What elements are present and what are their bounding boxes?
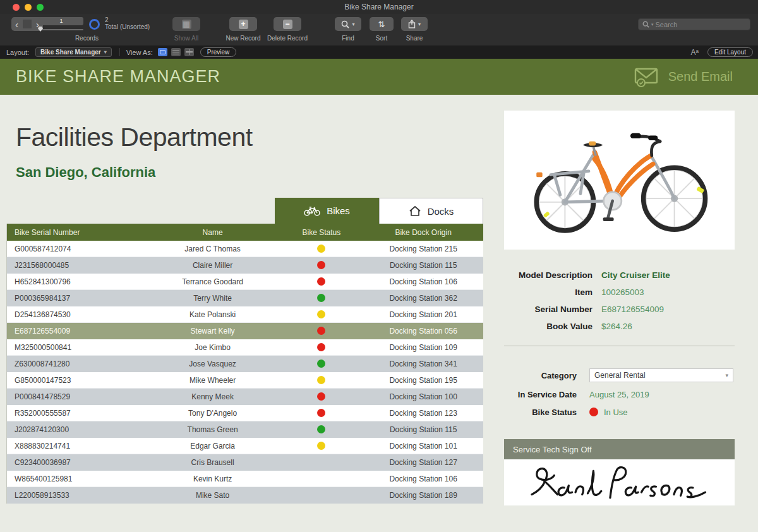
- column-header-status: Bike Status: [279, 228, 363, 237]
- cell-serial: E687126554009: [7, 327, 146, 336]
- cell-serial: M325000500841: [7, 343, 146, 352]
- table-row[interactable]: Z630008741280Jose VasquezDocking Station…: [7, 356, 483, 372]
- list-view-icon[interactable]: [171, 48, 181, 56]
- table-view-icon[interactable]: [184, 48, 194, 56]
- delete-record-button[interactable]: −: [274, 17, 301, 31]
- sort-button[interactable]: ⇅: [370, 17, 394, 31]
- new-record-button[interactable]: +: [229, 17, 257, 31]
- table-row[interactable]: P000365984137Terry WhiteDocking Station …: [7, 290, 483, 306]
- page-title: Facilities Department: [16, 123, 253, 152]
- table-row[interactable]: D254136874530Kate PolanskiDocking Statio…: [7, 306, 483, 323]
- tab-docks[interactable]: Docks: [379, 198, 483, 224]
- chevron-down-icon: ▾: [418, 21, 421, 27]
- status-dot-red: [317, 392, 325, 401]
- cell-dock: Docking Station 201: [363, 310, 483, 319]
- records-label: Records: [63, 35, 111, 42]
- bike-image: [519, 117, 721, 243]
- preview-button[interactable]: Preview: [200, 47, 237, 57]
- share-button[interactable]: ▾: [401, 17, 428, 31]
- cell-status: [279, 343, 363, 351]
- cell-name: Stewart Kelly: [146, 327, 280, 336]
- cell-dock: Docking Station 056: [363, 327, 483, 336]
- detail-field-value[interactable]: City Cruiser Elite: [593, 270, 670, 280]
- record-totals: 2 Total (Unsorted): [105, 16, 150, 30]
- status-dot-yellow: [317, 442, 325, 450]
- home-icon: [409, 205, 421, 217]
- column-header-serial: Bike Serial Number: [7, 228, 146, 237]
- cell-status: [279, 327, 363, 335]
- table-row[interactable]: C923400036987Cris BrausellDocking Statio…: [7, 454, 483, 471]
- tab-bikes[interactable]: Bikes: [275, 198, 379, 224]
- table-row[interactable]: G850000147523Mike WheelerDocking Station…: [7, 372, 483, 389]
- signature-field[interactable]: [504, 459, 735, 505]
- current-record-field[interactable]: 1: [39, 17, 83, 25]
- bike-status-label: Bike Status: [504, 408, 577, 417]
- window-title: Bike Share Manager: [0, 3, 758, 11]
- cell-dock: Docking Station 106: [363, 277, 483, 286]
- table-row[interactable]: G000587412074Jared C ThomasDocking Stati…: [7, 241, 483, 257]
- in-service-date-value[interactable]: August 25, 2019: [577, 390, 649, 399]
- tab-panel: Bikes Docks: [275, 198, 483, 224]
- cell-status: [279, 294, 363, 302]
- table-row[interactable]: X888830214741Edgar GarciaDocking Station…: [7, 438, 483, 454]
- column-header-dock: Bike Dock Origin: [363, 228, 483, 237]
- table-row[interactable]: L220058913533Mike SatoDocking Station 18…: [7, 487, 483, 504]
- detail-field-label: Model Description: [504, 270, 593, 280]
- table-row[interactable]: H652841300796Terrance GoodardDocking Sta…: [7, 274, 483, 290]
- status-dot-green: [317, 294, 325, 302]
- detail-field-value[interactable]: 100265003: [593, 287, 644, 297]
- table-row[interactable]: W865400125981Kevin KurtzDocking Station …: [7, 471, 483, 487]
- status-dot-red: [317, 343, 325, 351]
- table-row[interactable]: P000841478529Kenny MeekDocking Station 1…: [7, 389, 483, 405]
- column-header-name: Name: [146, 228, 280, 237]
- edit-layout-button[interactable]: Edit Layout: [707, 47, 753, 57]
- bikes-table: Bike Serial Number Name Bike Status Bike…: [6, 224, 483, 504]
- chevron-down-icon: ▾: [725, 372, 728, 378]
- record-slider[interactable]: [39, 29, 83, 30]
- send-email-button[interactable]: Send Email: [633, 59, 733, 95]
- total-label: Total (Unsorted): [105, 23, 150, 30]
- table-row[interactable]: J231568000485Claire MillerDocking Statio…: [7, 257, 483, 274]
- show-all-button[interactable]: ▦: [172, 17, 200, 31]
- table-row[interactable]: J202874120300Thomas GreenDocking Station…: [7, 421, 483, 438]
- cell-dock: Docking Station 189: [363, 491, 483, 500]
- cell-serial: G850000147523: [7, 376, 146, 385]
- cell-serial: X888830214741: [7, 442, 146, 450]
- divider: [504, 346, 735, 346]
- cell-name: Kenny Meek: [146, 392, 280, 401]
- detail-field-value[interactable]: $264.26: [593, 322, 632, 331]
- previous-record-button[interactable]: ‹: [11, 20, 23, 29]
- form-view-icon[interactable]: [158, 48, 167, 56]
- find-label: Find: [335, 35, 361, 42]
- cell-status: [279, 245, 363, 253]
- share-icon: [408, 20, 416, 28]
- table-row[interactable]: M325000500841Joe KimboDocking Station 10…: [7, 339, 483, 356]
- cell-name: Terrance Goodard: [146, 277, 280, 286]
- found-set-pie-icon[interactable]: [89, 19, 100, 30]
- category-select[interactable]: General Rental ▾: [589, 368, 733, 382]
- find-button[interactable]: ▾: [335, 17, 361, 31]
- search-input[interactable]: [656, 21, 746, 28]
- view-as-label: View As:: [126, 49, 153, 56]
- delete-record-label: Delete Record: [264, 35, 311, 42]
- status-dot-yellow: [317, 245, 325, 253]
- show-all-label: Show All: [163, 35, 210, 42]
- page-subtitle: San Diego, California: [16, 164, 155, 181]
- cell-status: [279, 261, 363, 269]
- layout-popup-menu[interactable]: Bike Share Manager ▾: [35, 47, 112, 57]
- detail-field-label: Serial Number: [504, 305, 593, 314]
- divider: [119, 48, 120, 56]
- tab-docks-label: Docks: [428, 206, 454, 217]
- quick-find-box[interactable]: ▾: [638, 18, 750, 30]
- formatting-bar-toggle-icon[interactable]: Aᵃ: [690, 48, 698, 57]
- table-row[interactable]: E687126554009Stewart KellyDocking Statio…: [7, 323, 483, 339]
- cell-status: [279, 277, 363, 286]
- email-icon: [633, 66, 659, 88]
- cell-name: Jose Vasquez: [146, 360, 280, 368]
- bike-photo: [504, 111, 735, 250]
- total-count: 2: [105, 16, 150, 23]
- detail-field-value[interactable]: E687126554009: [593, 305, 664, 314]
- table-row[interactable]: R352000555587Tony D'AngeloDocking Statio…: [7, 405, 483, 421]
- cell-serial: L220058913533: [7, 491, 146, 500]
- cell-dock: Docking Station 362: [363, 294, 483, 303]
